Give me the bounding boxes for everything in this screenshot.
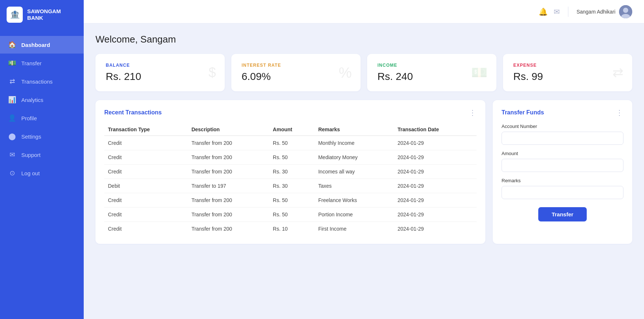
cell-remarks: Incomes all way: [315, 165, 394, 179]
cell-date: 2024-01-29: [394, 150, 477, 165]
cell-remarks: Mediatory Money: [315, 150, 394, 165]
user-name: Sangam Adhikari: [576, 9, 615, 15]
cell-description: Transfer from 200: [188, 208, 269, 222]
header-divider: [568, 7, 568, 17]
cell-type: Credit: [104, 165, 188, 179]
account-number-input[interactable]: [502, 132, 623, 145]
cell-amount: Rs. 30: [269, 179, 315, 193]
sidebar-item-label: Support: [21, 152, 41, 158]
amount-input[interactable]: [502, 159, 623, 172]
support-icon: ✉: [8, 151, 16, 159]
table-row: Credit Transfer from 200 Rs. 50 Freelanc…: [104, 193, 477, 208]
cell-date: 2024-01-29: [394, 222, 477, 236]
sidebar-item-support[interactable]: ✉ Support: [0, 146, 84, 164]
transfer-panel-header: Transfer Funds ⋮: [502, 108, 623, 117]
welcome-title: Welcome, Sangam: [95, 34, 632, 45]
cell-description: Transfer from 200: [188, 165, 269, 179]
remarks-group: Remarks: [502, 178, 623, 199]
cell-remarks: Taxes: [315, 179, 394, 193]
sidebar-item-label: Analytics: [21, 97, 43, 103]
transfer-button[interactable]: Transfer: [538, 207, 586, 221]
sidebar-item-label: Settings: [21, 133, 41, 140]
balance-card: BALANCE Rs. 210 $: [95, 54, 225, 91]
account-number-label: Account Number: [502, 124, 623, 129]
col-remarks: Remarks: [315, 124, 394, 136]
user-info[interactable]: Sangam Adhikari: [576, 5, 632, 18]
interest-icon: %: [339, 65, 352, 81]
sidebar-item-analytics[interactable]: 📊 Analytics: [0, 91, 84, 109]
dashboard-icon: 🏠: [8, 41, 16, 49]
income-label: INCOME: [377, 63, 486, 68]
cell-description: Transfer to 197: [188, 179, 269, 193]
sidebar-item-settings[interactable]: ⬤ Settings: [0, 128, 84, 145]
col-amount: Amount: [269, 124, 315, 136]
account-number-group: Account Number: [502, 124, 623, 145]
bottom-grid: Recent Transactions ⋮ Transaction Type D…: [95, 100, 632, 244]
sidebar-item-transactions[interactable]: ⇄ Transactions: [0, 73, 84, 90]
cell-type: Debit: [104, 179, 188, 193]
transactions-panel-header: Recent Transactions ⋮: [104, 108, 477, 117]
sidebar-item-label: Log out: [21, 170, 40, 176]
cell-date: 2024-01-29: [394, 208, 477, 222]
transactions-table: Transaction Type Description Amount Rema…: [104, 124, 477, 236]
table-row: Credit Transfer from 200 Rs. 50 Monthly …: [104, 136, 477, 150]
sidebar: 🏦 SAWONGAM BANK 🏠 Dashboard 💵 Transfer ⇄…: [0, 0, 84, 319]
cards-row: BALANCE Rs. 210 $ INTEREST RATE 6.09% % …: [95, 54, 632, 91]
cell-date: 2024-01-29: [394, 136, 477, 150]
transactions-icon: ⇄: [8, 77, 16, 85]
sidebar-item-label: Profile: [21, 115, 37, 121]
amount-group: Amount: [502, 151, 623, 172]
cell-remarks: First Income: [315, 222, 394, 236]
cell-type: Credit: [104, 193, 188, 208]
transfer-menu-icon[interactable]: ⋮: [616, 108, 623, 117]
main-content: 🔔 ✉ Sangam Adhikari Welcome, Sangam BALA…: [84, 0, 644, 319]
col-type: Transaction Type: [104, 124, 188, 136]
logo-text: SAWONGAM BANK: [27, 8, 61, 21]
cell-description: Transfer from 200: [188, 193, 269, 208]
analytics-icon: 📊: [8, 96, 16, 104]
table-row: Debit Transfer to 197 Rs. 30 Taxes 2024-…: [104, 179, 477, 193]
remarks-label: Remarks: [502, 178, 623, 183]
mail-icon[interactable]: ✉: [554, 7, 560, 16]
logo-icon: 🏦: [7, 7, 23, 23]
cell-date: 2024-01-29: [394, 179, 477, 193]
content-area: Welcome, Sangam BALANCE Rs. 210 $ INTERE…: [84, 23, 644, 319]
income-icon: 💵: [471, 65, 488, 80]
settings-icon: ⬤: [8, 132, 16, 140]
table-row: Credit Transfer from 200 Rs. 30 Incomes …: [104, 165, 477, 179]
cell-description: Transfer from 200: [188, 222, 269, 236]
cell-type: Credit: [104, 150, 188, 165]
sidebar-item-transfer[interactable]: 💵 Transfer: [0, 54, 84, 72]
cell-type: Credit: [104, 136, 188, 150]
transactions-panel: Recent Transactions ⋮ Transaction Type D…: [95, 100, 485, 244]
sidebar-item-label: Transfer: [21, 60, 41, 66]
sidebar-item-profile[interactable]: 👤 Profile: [0, 109, 84, 127]
cell-remarks: Monthly Income: [315, 136, 394, 150]
balance-value: Rs. 210: [106, 71, 214, 82]
cell-remarks: Portion Income: [315, 208, 394, 222]
interest-card: INTEREST RATE 6.09% %: [231, 54, 361, 91]
expense-label: EXPENSE: [513, 63, 622, 68]
cell-remarks: Freelance Works: [315, 193, 394, 208]
cell-description: Transfer from 200: [188, 136, 269, 150]
sidebar-item-dashboard[interactable]: 🏠 Dashboard: [0, 36, 84, 54]
transfer-funds-panel: Transfer Funds ⋮ Account Number Amount R…: [493, 100, 632, 244]
expense-card: EXPENSE Rs. 99 ⇄: [503, 54, 632, 91]
table-row: Credit Transfer from 200 Rs. 50 Portion …: [104, 208, 477, 222]
expense-value: Rs. 99: [513, 71, 622, 82]
remarks-input[interactable]: [502, 186, 623, 199]
transfer-panel-title: Transfer Funds: [502, 109, 544, 116]
header: 🔔 ✉ Sangam Adhikari: [84, 0, 644, 23]
table-header-row: Transaction Type Description Amount Rema…: [104, 124, 477, 136]
sidebar-item-label: Transactions: [21, 78, 53, 85]
transfer-icon: 💵: [8, 59, 16, 67]
bell-icon[interactable]: 🔔: [539, 7, 548, 16]
sidebar-item-label: Dashboard: [21, 42, 50, 48]
balance-icon: $: [209, 65, 216, 80]
transactions-panel-title: Recent Transactions: [104, 109, 162, 116]
transactions-menu-icon[interactable]: ⋮: [469, 108, 477, 117]
cell-description: Transfer from 200: [188, 150, 269, 165]
sidebar-item-logout[interactable]: ⊙ Log out: [0, 164, 84, 182]
cell-amount: Rs. 50: [269, 193, 315, 208]
interest-value: 6.09%: [242, 71, 350, 82]
